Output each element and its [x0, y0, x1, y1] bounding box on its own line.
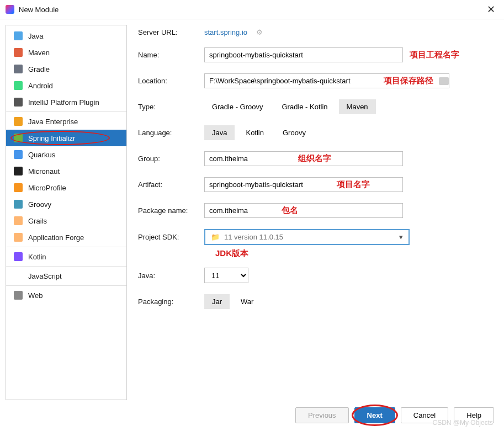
java-label: Java:	[138, 272, 204, 280]
language-kotlin[interactable]: Kotlin	[238, 125, 272, 140]
sidebar-item-micronaut[interactable]: Micronaut	[6, 163, 126, 179]
groovy-icon	[14, 200, 23, 209]
type-maven[interactable]: Maven	[339, 99, 376, 114]
java-version-dropdown[interactable]: 11	[204, 268, 248, 283]
sidebar-item-label: Web	[28, 291, 43, 300]
folder-icon[interactable]	[439, 77, 449, 85]
package-label: Package name:	[138, 206, 204, 215]
sidebar-item-gradle[interactable]: Gradle	[6, 61, 126, 77]
location-annotation: 项目保存路径	[380, 76, 437, 86]
sidebar-item-android[interactable]: Android	[6, 77, 126, 94]
form-panel: Server URL: start.spring.io ⚙ Name: 项目工程…	[132, 19, 504, 406]
next-button[interactable]: Next	[354, 407, 395, 423]
micronaut-icon	[14, 167, 23, 175]
artifact-annotation: 项目名字	[337, 179, 370, 190]
gradle-icon	[14, 65, 23, 73]
name-input[interactable]	[204, 47, 403, 62]
group-label: Group:	[138, 155, 204, 163]
previous-button[interactable]: Previous	[295, 407, 349, 423]
artifact-label: Artifact:	[138, 180, 204, 189]
sdk-dropdown[interactable]: 📁 11 version 11.0.15 ▾	[204, 229, 410, 245]
sidebar-item-label: JavaScript	[28, 272, 62, 280]
sidebar-item-label: Grails	[28, 217, 47, 225]
sidebar-item-label: MicroProfile	[28, 184, 66, 192]
sidebar-item-label: Java	[28, 32, 43, 40]
help-button[interactable]: Help	[454, 407, 494, 423]
microprofile-icon	[14, 183, 23, 192]
sdk-value: 11 version 11.0.15	[224, 233, 283, 241]
sidebar-item-kotlin[interactable]: Kotlin	[6, 248, 126, 265]
sidebar-item-grails[interactable]: Grails	[6, 212, 126, 229]
location-label: Location:	[138, 77, 204, 85]
type-label: Type:	[138, 103, 204, 111]
type-toggle-group: Gradle - Groovy Gradle - Kotlin Maven	[204, 99, 493, 114]
package-annotation: 包名	[282, 205, 298, 216]
sidebar-item-label: Android	[28, 82, 53, 90]
sidebar-item-spring-initializr[interactable]: Spring Initializr	[6, 130, 126, 146]
javascript-icon	[14, 272, 23, 280]
sdk-label: Project SDK:	[138, 233, 204, 241]
sidebar-item-label: Application Forge	[28, 233, 84, 242]
type-gradle-groovy[interactable]: Gradle - Groovy	[204, 99, 270, 114]
package-input[interactable]	[204, 203, 403, 218]
maven-icon	[14, 48, 23, 57]
sidebar-item-label: Spring Initializr	[28, 134, 75, 142]
sidebar-item-java[interactable]: Java	[6, 28, 126, 44]
web-icon	[14, 291, 23, 300]
type-gradle-kotlin[interactable]: Gradle - Kotlin	[274, 99, 335, 114]
location-input[interactable]	[205, 74, 380, 88]
artifact-input[interactable]	[204, 177, 403, 192]
sidebar-item-maven[interactable]: Maven	[6, 44, 126, 61]
sidebar-item-label: Java Enterprise	[28, 118, 78, 126]
sidebar-item-web[interactable]: Web	[6, 287, 126, 304]
packaging-toggle-group: Jar War	[204, 294, 493, 309]
sidebar-item-label: Groovy	[28, 200, 51, 209]
gear-icon[interactable]: ⚙	[256, 28, 263, 36]
packaging-war[interactable]: War	[233, 294, 261, 309]
packaging-jar[interactable]: Jar	[204, 294, 230, 309]
application-forge-icon	[14, 233, 23, 242]
close-icon[interactable]: ✕	[484, 3, 498, 15]
cancel-button[interactable]: Cancel	[401, 407, 448, 423]
name-label: Name:	[138, 51, 204, 59]
packaging-label: Packaging:	[138, 297, 204, 306]
sdk-annotation: JDK版本	[215, 248, 493, 259]
folder-small-icon: 📁	[211, 233, 220, 241]
server-url-label: Server URL:	[138, 28, 204, 36]
sidebar-item-application-forge[interactable]: Application Forge	[6, 229, 126, 246]
intellij-icon	[6, 5, 14, 14]
name-annotation: 项目工程名字	[410, 50, 459, 60]
sidebar-item-label: Maven	[28, 49, 50, 57]
language-java[interactable]: Java	[204, 125, 235, 140]
sidebar-item-java-enterprise[interactable]: Java Enterprise	[6, 113, 126, 130]
chevron-down-icon: ▾	[399, 233, 403, 241]
java-icon	[14, 31, 23, 40]
language-toggle-group: Java Kotlin Groovy	[204, 125, 493, 140]
title-bar: New Module ✕	[0, 0, 504, 19]
sidebar-item-label: IntelliJ Platform Plugin	[28, 98, 99, 107]
sidebar-item-label: Quarkus	[28, 151, 55, 159]
intellij-plugin-icon	[14, 98, 23, 107]
sidebar-item-groovy[interactable]: Groovy	[6, 196, 126, 212]
sidebar-item-label: Kotlin	[28, 253, 46, 261]
kotlin-icon	[14, 252, 23, 261]
module-type-sidebar: JavaMavenGradleAndroidIntelliJ Platform …	[6, 25, 127, 400]
java-enterprise-icon	[14, 117, 23, 126]
sidebar-item-microprofile[interactable]: MicroProfile	[6, 179, 126, 196]
sidebar-item-quarkus[interactable]: Quarkus	[6, 146, 126, 163]
group-annotation: 组织名字	[298, 153, 331, 164]
spring-initializr-icon	[14, 134, 23, 142]
sidebar-item-intellij-plugin[interactable]: IntelliJ Platform Plugin	[6, 94, 126, 110]
dialog-buttons: Previous Next Cancel Help	[295, 407, 494, 423]
language-label: Language:	[138, 129, 204, 137]
grails-icon	[14, 216, 23, 225]
server-url-link[interactable]: start.spring.io	[204, 28, 247, 36]
sidebar-item-javascript[interactable]: JavaScript	[6, 268, 126, 284]
sidebar-item-label: Micronaut	[28, 167, 60, 175]
quarkus-icon	[14, 150, 23, 159]
android-icon	[14, 81, 23, 90]
sidebar-item-label: Gradle	[28, 65, 50, 73]
window-title: New Module	[19, 6, 484, 14]
language-groovy[interactable]: Groovy	[275, 125, 314, 140]
